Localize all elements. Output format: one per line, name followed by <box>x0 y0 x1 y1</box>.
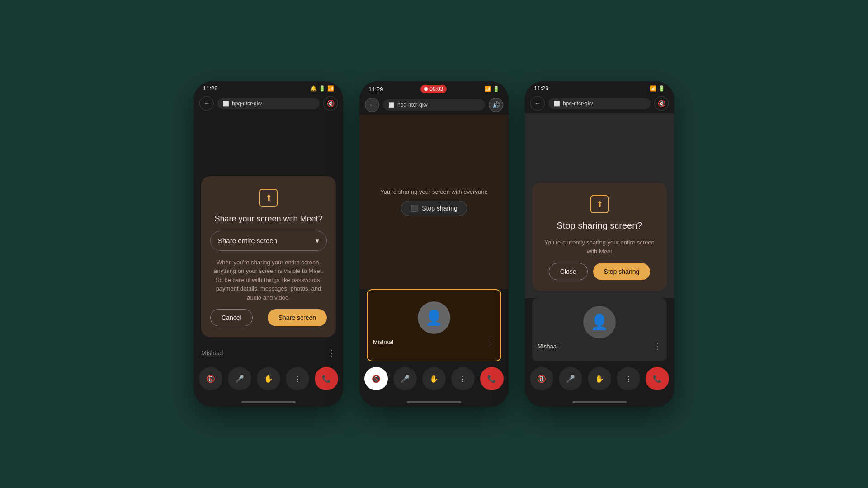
chevron-down-icon: ▾ <box>316 237 319 245</box>
back-arrow-icon-2: ← <box>369 101 375 108</box>
more-button-3[interactable]: ⋮ <box>617 367 640 390</box>
dialog-title: Share your screen with Meet? <box>214 214 322 224</box>
cancel-button[interactable]: Cancel <box>210 309 253 326</box>
camera-button-2[interactable]: 📵 <box>364 367 388 390</box>
camera-off-icon-2: 📵 <box>372 375 381 383</box>
url-bar-2[interactable]: ⬜ hpq-ntcr-qkv <box>383 99 485 111</box>
camera-button-3[interactable]: 📵 <box>530 367 553 390</box>
mic-button-1[interactable]: 🎤 <box>228 367 251 390</box>
url-text-1: hpq-ntcr-qkv <box>232 100 262 107</box>
sound-icon-1: 🔇 <box>327 100 335 107</box>
hand-button-2[interactable]: ✋ <box>422 367 446 390</box>
stop-sharing-confirm-button[interactable]: Stop sharing <box>593 263 651 280</box>
hand-icon-3: ✋ <box>595 375 604 383</box>
dialog-buttons: Cancel Share screen <box>210 309 327 326</box>
nav-bar-3: ← ⬜ hpq-ntcr-qkv 🔇 <box>525 94 674 113</box>
stop-dialog-desc: You're currently sharing your entire scr… <box>541 238 658 256</box>
home-bar-3 <box>572 401 627 403</box>
url-bar-3[interactable]: ⬜ hpq-ntcr-qkv <box>548 98 651 109</box>
share-dialog: ⬆ Share your screen with Meet? Share ent… <box>201 176 336 338</box>
mic-button-2[interactable]: 🎤 <box>393 367 417 390</box>
status-bar-1: 11:29 🔔 🔋 📶 <box>194 81 343 94</box>
url-text-3: hpq-ntcr-qkv <box>563 100 593 107</box>
phone-content-3: ⬆ Stop sharing screen? You're currently … <box>525 113 674 361</box>
avatar-2: 👤 <box>418 301 450 334</box>
end-call-button-3[interactable]: 📞 <box>646 367 669 390</box>
phone-content-2: You're sharing your screen with everyone… <box>359 115 509 361</box>
camera-off-icon: 📵 <box>206 375 215 383</box>
tab-icon-1: ⬜ <box>223 101 229 107</box>
status-bar-3: 11:29 📶 🔋 <box>525 81 674 94</box>
end-call-button-2[interactable]: 📞 <box>480 367 504 390</box>
tab-icon-2: ⬜ <box>388 102 395 108</box>
time-2: 11:29 <box>368 86 383 93</box>
recording-dot <box>424 87 428 91</box>
stop-share-icon: ⬆ <box>590 195 609 213</box>
recording-badge: 00:03 <box>420 85 447 93</box>
mic-icon-2: 🎤 <box>401 375 410 383</box>
back-arrow-icon-1: ← <box>203 100 210 107</box>
more-button-1[interactable]: ⋮ <box>286 367 309 390</box>
stop-sharing-button[interactable]: ⬛ Stop sharing <box>401 201 467 216</box>
back-arrow-icon-3: ← <box>534 100 541 107</box>
back-button-3[interactable]: ← <box>530 96 545 111</box>
modal-overlay-1: ⬆ Share your screen with Meet? Share ent… <box>194 113 343 344</box>
participant-more-2[interactable]: ⋮ <box>487 337 495 347</box>
controls-2: 📵 🎤 ✋ ⋮ 📞 <box>359 361 509 398</box>
controls-1: 📵 🎤 ✋ ⋮ 📞 <box>194 361 343 398</box>
share-screen-button[interactable]: Share screen <box>268 309 327 326</box>
participant-info-3: Mishaal ⋮ <box>532 338 667 354</box>
upload-icon: ⬆ <box>265 193 272 203</box>
upload-icon-3: ⬆ <box>596 199 603 209</box>
sharing-message: You're sharing your screen with everyone <box>380 188 488 195</box>
battery-icon: 🔋 <box>319 85 326 92</box>
participant-card-3: 👤 Mishaal ⋮ <box>532 298 667 361</box>
url-bar-1[interactable]: ⬜ hpq-ntcr-qkv <box>217 98 320 109</box>
screens-container: 11:29 🔔 🔋 📶 ← ⬜ hpq-ntcr-qkv 🔇 <box>194 81 674 407</box>
sound-button-1[interactable]: 🔇 <box>323 96 338 111</box>
user-name-1: Mishaal <box>201 349 223 357</box>
end-call-button-1[interactable]: 📞 <box>315 367 338 390</box>
more-button-2[interactable]: ⋮ <box>451 367 475 390</box>
home-indicator-1 <box>194 398 343 407</box>
end-call-icon-3: 📞 <box>653 375 662 383</box>
end-call-icon-2: 📞 <box>487 375 496 383</box>
camera-off-icon-3: 📵 <box>537 375 546 383</box>
nav-bar-2: ← ⬜ hpq-ntcr-qkv 🔊 <box>359 95 509 115</box>
status-icons-2: 📶 🔋 <box>484 86 500 92</box>
recording-timer: 00:03 <box>429 86 443 92</box>
time-3: 11:29 <box>534 85 549 92</box>
nav-bar-1: ← ⬜ hpq-ntcr-qkv 🔇 <box>194 94 343 113</box>
more-icon-1: ⋮ <box>294 375 301 383</box>
hand-icon-1: ✋ <box>264 375 273 383</box>
url-text-2: hpq-ntcr-qkv <box>397 102 428 108</box>
home-indicator-3 <box>525 398 674 407</box>
sound-button-2[interactable]: 🔊 <box>489 98 503 112</box>
participant-more-3[interactable]: ⋮ <box>653 341 661 351</box>
back-button-1[interactable]: ← <box>199 96 214 111</box>
hand-button-1[interactable]: ✋ <box>257 367 280 390</box>
phone-3: 11:29 📶 🔋 ← ⬜ hpq-ntcr-qkv 🔇 ⬆ <box>525 81 674 407</box>
home-bar-2 <box>407 401 461 403</box>
stop-sharing-icon: ⬛ <box>410 205 418 212</box>
camera-button-1[interactable]: 📵 <box>199 367 222 390</box>
mic-icon-3: 🎤 <box>566 375 575 383</box>
wifi-icon-3: 📶 <box>650 85 656 92</box>
share-icon: ⬆ <box>259 189 278 207</box>
stop-sharing-label: Stop sharing <box>422 205 458 212</box>
controls-3: 📵 🎤 ✋ ⋮ 📞 <box>525 361 674 398</box>
tab-icon-3: ⬜ <box>554 101 560 107</box>
more-options-1[interactable]: ⋮ <box>328 348 336 358</box>
close-button-3[interactable]: Close <box>549 263 588 280</box>
screen-type-dropdown[interactable]: Share entire screen ▾ <box>210 231 327 251</box>
sound-icon-3: 🔇 <box>658 100 665 107</box>
wifi-icon: 📶 <box>327 85 334 92</box>
back-button-2[interactable]: ← <box>365 98 379 112</box>
avatar-3: 👤 <box>583 306 616 338</box>
stop-dialog-buttons: Close Stop sharing <box>549 263 650 280</box>
status-bar-2: 11:29 00:03 📶 🔋 <box>359 81 509 95</box>
hand-button-3[interactable]: ✋ <box>588 367 611 390</box>
sound-button-3[interactable]: 🔇 <box>654 96 669 111</box>
stop-sharing-dialog: ⬆ Stop sharing screen? You're currently … <box>532 183 667 291</box>
mic-button-3[interactable]: 🎤 <box>559 367 582 390</box>
